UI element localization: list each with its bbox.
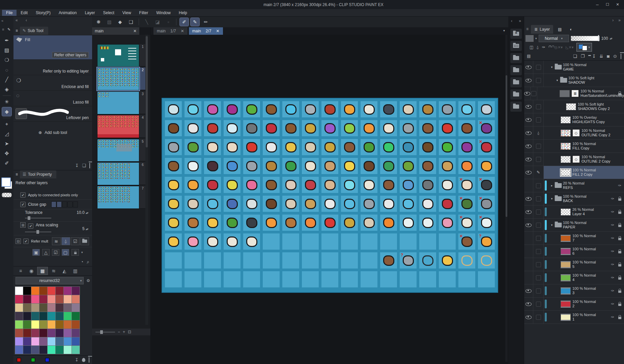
reset-timer-icon[interactable]: ◔ xyxy=(81,259,83,265)
swatch-4-0[interactable] xyxy=(15,320,23,329)
sheet-cell-9-10[interactable] xyxy=(341,252,358,269)
sheet-cell-4-7[interactable] xyxy=(282,158,299,174)
lock-icon[interactable] xyxy=(618,238,621,240)
exclude-editing-icon[interactable]: ▢ xyxy=(62,249,69,256)
transfer-pen-icon[interactable]: ✑ xyxy=(618,183,621,188)
swatch-2-2[interactable] xyxy=(31,304,39,312)
sheet-cell-9-14[interactable] xyxy=(419,252,436,269)
close-icon[interactable]: ✕ xyxy=(216,29,219,33)
lock-icon[interactable] xyxy=(618,304,621,306)
layer-thumbnail[interactable] xyxy=(561,208,571,216)
layer-visibility-cell[interactable] xyxy=(524,258,533,271)
reference-layer-icon[interactable]: ⍙ xyxy=(533,127,544,139)
page-thumbnail[interactable] xyxy=(97,139,139,162)
sheet-cell-4-2[interactable] xyxy=(185,158,201,174)
color-slider-tab[interactable]: ≋ xyxy=(49,267,59,275)
sub-tool-leftover-pen[interactable]: Leftover pen xyxy=(13,106,92,122)
layer-visibility-cell[interactable] xyxy=(524,166,533,179)
chevron-down-icon[interactable]: ▾ xyxy=(556,79,559,82)
transfer-pen-icon[interactable]: ✑ xyxy=(611,196,614,201)
clear-line-icon[interactable]: ╲ xyxy=(142,18,151,26)
transfer-pen-icon[interactable]: ✑ xyxy=(611,209,614,214)
import-sub-tool-icon[interactable]: ↧ xyxy=(75,163,79,168)
red-subcolor-swatch[interactable] xyxy=(17,358,21,362)
eraser-tool[interactable]: ◈ xyxy=(2,85,11,94)
sheet-cell-1-8[interactable] xyxy=(302,101,319,117)
sheet-cell-8-6[interactable] xyxy=(263,233,280,250)
swatch-4-1[interactable] xyxy=(23,320,31,329)
sheet-cell-9-3[interactable] xyxy=(204,252,221,269)
sheet-cell-4-5[interactable] xyxy=(243,158,260,174)
transfer-pen-icon[interactable]: ✑ xyxy=(611,275,614,280)
layer-row-main[interactable]: 26 % NormalLayer 4✑ xyxy=(544,205,624,218)
layer-visibility-cell[interactable] xyxy=(524,113,533,126)
layer-row-layer-4[interactable]: 26 % NormalLayer 4✑ xyxy=(524,205,624,219)
layer-thumbnail[interactable] xyxy=(561,301,571,308)
sheet-cell-5-5[interactable] xyxy=(243,177,260,193)
thumbnail-zoom-slider[interactable] xyxy=(95,332,115,333)
layer-secondary-cell[interactable] xyxy=(533,61,544,74)
layer-visibility-cell[interactable] xyxy=(524,298,533,310)
gradient-tab[interactable]: ◭ xyxy=(59,267,69,275)
sheet-cell-10-9[interactable] xyxy=(321,271,338,287)
layer-row-1[interactable]: 100 % Normal1✑ xyxy=(524,311,624,324)
enable-mask-icon-disabled[interactable]: ◎✕▾ xyxy=(555,45,563,50)
sheet-cell-7-3[interactable] xyxy=(204,215,221,231)
back-icon[interactable]: ‹ xyxy=(26,18,27,23)
lock-icon[interactable] xyxy=(618,93,621,95)
swatch-2-3[interactable] xyxy=(39,304,47,312)
swatch-4-4[interactable] xyxy=(48,320,55,329)
sheet-cell-9-13[interactable]: ? xyxy=(400,252,417,269)
sheet-cell-5-4[interactable] xyxy=(224,177,240,193)
materials-pattern-folder[interactable] xyxy=(510,41,522,51)
layer-visibility-cell[interactable] xyxy=(524,271,533,284)
exclude-paper-icon[interactable]: ▣ xyxy=(32,249,40,256)
palette-menu-icon[interactable]: ≡ xyxy=(16,267,26,275)
swatch-5-5[interactable] xyxy=(56,329,63,337)
delete-swatch-icon[interactable] xyxy=(89,357,89,362)
sheet-cell-7-15[interactable] xyxy=(439,215,456,231)
sheet-cell-2-17[interactable]: ✕ xyxy=(478,120,495,136)
swatch-2-1[interactable] xyxy=(23,304,31,312)
chevron-down-icon[interactable]: ▾ xyxy=(550,65,554,69)
layer-visibility-cell[interactable] xyxy=(524,61,533,74)
refer-folder-icon[interactable] xyxy=(80,237,89,245)
sheet-cell-8-4[interactable] xyxy=(224,233,240,250)
sheet-cell-2-15[interactable] xyxy=(439,120,456,136)
menu-layer[interactable]: Layer xyxy=(81,10,99,16)
sheet-cell-7-8[interactable] xyxy=(302,215,319,231)
sheet-cell-9-9[interactable] xyxy=(321,252,338,269)
add-swatch-icon[interactable]: ↧ xyxy=(75,357,79,362)
sheet-cell-1-1[interactable] xyxy=(165,101,182,117)
swatch-3-5[interactable] xyxy=(56,312,63,320)
swatch-3-3[interactable] xyxy=(39,312,47,320)
sheet-cell-3-4[interactable] xyxy=(224,139,240,155)
sheet-cell-5-6[interactable] xyxy=(263,177,280,193)
sheet-cell-5-12[interactable] xyxy=(380,177,397,193)
layer-secondary-cell[interactable] xyxy=(533,192,544,205)
sheet-cell-10-16[interactable] xyxy=(458,271,475,287)
sheet-cell-3-6[interactable] xyxy=(263,139,280,155)
layer-secondary-cell[interactable] xyxy=(533,205,544,218)
layer-thumbnail[interactable] xyxy=(561,130,571,137)
apply-connected-row[interactable]: ✓ Apply to connected pixels only xyxy=(13,191,92,200)
sub-tool-tab[interactable]: ✎ Sub Tool xyxy=(20,27,48,35)
sheet-cell-8-15[interactable] xyxy=(439,233,456,250)
swatch-2-6[interactable] xyxy=(64,304,72,312)
layer-secondary-cell[interactable] xyxy=(533,140,544,152)
sheet-cell-7-17[interactable]: ✕ xyxy=(478,215,495,231)
sheet-cell-4-3[interactable] xyxy=(204,158,221,174)
sheet-cell-10-4[interactable] xyxy=(224,271,240,287)
ruler-tool[interactable]: ◿ xyxy=(2,130,11,138)
green-subcolor-swatch[interactable] xyxy=(31,358,35,362)
ruler-pen-icon[interactable]: ✏ xyxy=(201,18,210,26)
layer-secondary-cell[interactable] xyxy=(533,245,544,258)
layer-row-main[interactable]: ▾100 % NormalBACK✑ xyxy=(544,192,624,205)
sheet-cell-6-15[interactable] xyxy=(439,196,456,212)
layer-list-view-icon[interactable]: ▤ xyxy=(527,54,531,58)
refer-selection-icon[interactable]: ☑ xyxy=(71,237,80,245)
sheet-cell-6-1[interactable] xyxy=(165,196,182,212)
layer-thumbnail[interactable] xyxy=(560,90,570,97)
color-set-tab[interactable]: ▦ xyxy=(37,267,48,275)
menu-window[interactable]: Window xyxy=(152,10,175,16)
